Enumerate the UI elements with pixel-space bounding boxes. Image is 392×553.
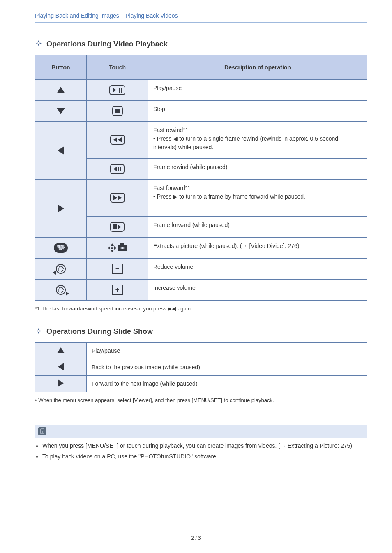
- col-header-button: Button: [35, 55, 87, 80]
- right-arrow-icon: [58, 204, 64, 213]
- down-arrow-icon: [57, 108, 65, 114]
- diamond-bullet-icon: [35, 39, 42, 49]
- fast-rewind-icon: [110, 135, 125, 145]
- fast-forward-icon: [110, 193, 125, 203]
- desc-cell: Extracts a picture (while paused). (→ [V…: [148, 238, 367, 259]
- table-row: Stop: [35, 101, 367, 122]
- footnote: • When the menu screen appears, select […: [35, 396, 367, 405]
- svg-marker-0: [38, 40, 39, 42]
- col-header-touch: Touch: [87, 55, 148, 80]
- divider: [35, 22, 367, 23]
- slide-show-operations-table: Play/pause Back to the previous image (w…: [35, 342, 367, 392]
- table-row: − Reduce volume: [35, 259, 367, 280]
- frame-rewind-icon: [110, 164, 125, 174]
- table-row: MENU/SET Extracts a picture (while pause…: [35, 238, 367, 259]
- note-item: When you press [MENU/SET] or touch durin…: [42, 441, 367, 450]
- desc-cell: Stop: [148, 101, 367, 122]
- frame-forward-icon: [110, 222, 125, 232]
- up-arrow-icon: [57, 347, 65, 353]
- table-row: Fast rewind*1 • Press ◀ to turn to a sin…: [35, 122, 367, 159]
- up-arrow-icon: [57, 87, 65, 93]
- plus-icon: +: [112, 285, 123, 295]
- desc-cell: Frame rewind (while paused): [148, 158, 367, 179]
- note-icon: [38, 427, 46, 435]
- desc-cell: Fast forward*1 • Press ▶ to turn to a fr…: [148, 180, 367, 217]
- note-box: When you press [MENU/SET] or touch durin…: [35, 425, 367, 461]
- desc-cell: Fast rewind*1 • Press ◀ to turn to a sin…: [148, 122, 367, 159]
- svg-marker-4: [38, 328, 39, 330]
- left-arrow-icon: [58, 363, 64, 370]
- svg-marker-3: [40, 42, 42, 44]
- footnote: *1 The fast forward/rewind speed increas…: [35, 305, 367, 313]
- table-row: Back to the previous image (while paused…: [35, 359, 367, 375]
- desc-cell: Forward to the next image (while paused): [87, 375, 367, 392]
- video-playback-operations-table: Button Touch Description of operation Pl…: [35, 55, 367, 301]
- dial-cw-icon: [56, 285, 66, 295]
- desc-cell: Frame forward (while paused): [148, 216, 367, 237]
- svg-marker-2: [36, 42, 38, 44]
- desc-cell: Play/pause: [87, 342, 367, 359]
- col-header-desc: Description of operation: [148, 55, 367, 80]
- breadcrumb: Playing Back and Editing Images – Playin…: [35, 12, 367, 19]
- table-row: Fast forward*1 • Press ▶ to turn to a fr…: [35, 180, 367, 217]
- right-arrow-icon: [58, 379, 64, 387]
- menu-set-icon: MENU/SET: [54, 243, 68, 253]
- note-item: To play back videos on a PC, use the "PH…: [42, 452, 367, 461]
- section-title: Operations During Slide Show: [46, 327, 153, 336]
- desc-cell: Increase volume: [148, 280, 367, 301]
- desc-cell: Back to the previous image (while paused…: [87, 359, 367, 375]
- play-pause-icon: [109, 85, 125, 95]
- table-row: Forward to the next image (while paused): [35, 375, 367, 392]
- diamond-bullet-icon: [35, 327, 42, 336]
- section-title: Operations During Video Playback: [46, 40, 168, 49]
- desc-cell: Reduce volume: [148, 259, 367, 280]
- table-row: Play/pause: [35, 80, 367, 101]
- extract-picture-icon: [108, 244, 127, 252]
- svg-marker-6: [36, 330, 38, 332]
- page-number: 273: [0, 534, 392, 541]
- stop-icon: [112, 106, 123, 116]
- svg-marker-1: [38, 44, 39, 46]
- dial-ccw-icon: [56, 264, 66, 274]
- desc-cell: Play/pause: [148, 80, 367, 101]
- minus-icon: −: [112, 264, 123, 274]
- left-arrow-icon: [58, 146, 64, 155]
- svg-marker-7: [40, 330, 42, 332]
- table-row: + Increase volume: [35, 280, 367, 301]
- svg-marker-5: [38, 332, 39, 334]
- table-row: Play/pause: [35, 342, 367, 359]
